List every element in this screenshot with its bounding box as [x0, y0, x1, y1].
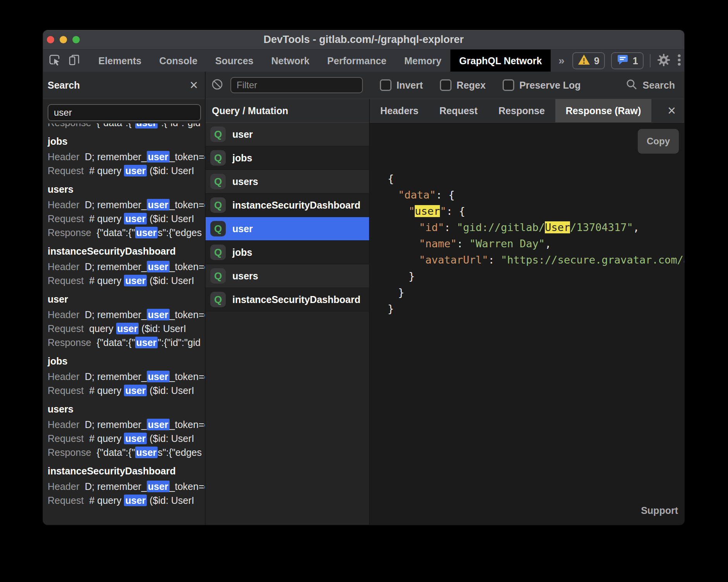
- search-result-line[interactable]: HeaderD; remember_user_token=e: [48, 418, 205, 431]
- result-field-label: Response: [48, 337, 91, 348]
- result-group-title[interactable]: instanceSecurityDashboard: [48, 462, 205, 479]
- search-result-line[interactable]: Request# query user ($id: UserI: [48, 212, 205, 226]
- search-result-line[interactable]: HeaderD; remember_user_token=e: [48, 370, 205, 383]
- kebab-menu-icon[interactable]: [677, 53, 682, 68]
- more-tabs-chevron[interactable]: »: [551, 55, 572, 67]
- highlighted-match: user: [124, 275, 147, 286]
- warnings-badge[interactable]: 9: [572, 52, 605, 69]
- json-token: "https://secure.gravatar.com/avatar: [501, 254, 684, 266]
- query-row-jobs[interactable]: Qjobs: [206, 241, 369, 264]
- regex-checkbox[interactable]: [440, 79, 452, 91]
- search-result-line[interactable]: Response{"data":{"user":{"id":"gid: [48, 123, 205, 130]
- highlighted-match: user: [124, 165, 147, 176]
- query-row-label: jobs: [232, 247, 252, 258]
- query-row-users[interactable]: Qusers: [206, 264, 369, 288]
- search-result-group: userHeaderD; remember_user_token=eReques…: [48, 291, 205, 349]
- result-text: D; remember_: [85, 151, 147, 162]
- search-result-line[interactable]: Response{"data":{"user":{"id":"gid: [48, 336, 205, 349]
- toolbar-search[interactable]: Search: [626, 79, 675, 92]
- close-search-panel-icon[interactable]: ×: [190, 78, 198, 92]
- json-token: "id": [419, 221, 444, 233]
- search-result-line[interactable]: HeaderD; remember_user_token=e: [48, 308, 205, 322]
- result-value: D; remember_user_token=e: [85, 199, 205, 211]
- devtools-window: DevTools - gitlab.com/-/graphql-explorer…: [43, 30, 684, 525]
- invert-checkbox[interactable]: [380, 79, 391, 91]
- result-value: # query user ($id: UserI: [89, 385, 194, 396]
- window-controls: [43, 36, 80, 43]
- result-group-title[interactable]: users: [48, 401, 205, 418]
- tab-performance[interactable]: Performance: [318, 50, 395, 72]
- result-text: D; remember_: [85, 371, 147, 382]
- query-row-instancesecuritydashboard[interactable]: QinstanceSecurityDashboard: [206, 193, 369, 217]
- query-row-users[interactable]: Qusers: [206, 170, 369, 193]
- search-input[interactable]: [48, 104, 201, 121]
- search-results-list: Response{"data":{"user":{"id":"gidjobsHe…: [43, 123, 205, 525]
- query-row-user[interactable]: Quser: [206, 217, 369, 241]
- minimize-window-button[interactable]: [60, 36, 67, 43]
- result-group-title[interactable]: jobs: [48, 353, 205, 370]
- filter-option-preserve-log[interactable]: Preserve Log: [503, 79, 580, 91]
- search-result-line[interactable]: Request# query user ($id: UserI: [48, 164, 205, 178]
- filter-option-regex[interactable]: Regex: [440, 79, 486, 91]
- main-content: Search × Response{"data":{"user":{"id":"…: [43, 72, 684, 525]
- result-group-title[interactable]: user: [48, 291, 205, 308]
- search-result-line[interactable]: HeaderD; remember_user_token=e: [48, 260, 205, 274]
- tab-console[interactable]: Console: [150, 50, 206, 72]
- query-row-jobs[interactable]: Qjobs: [206, 146, 369, 170]
- search-result-line[interactable]: Request# query user ($id: UserI: [48, 274, 205, 288]
- warning-icon: [578, 54, 590, 68]
- search-result-line[interactable]: Requestquery user ($id: UserI: [48, 322, 205, 336]
- json-token: ,: [633, 221, 639, 233]
- search-result-line[interactable]: Request# query user ($id: UserI: [48, 493, 205, 507]
- inspect-element-icon[interactable]: [48, 53, 62, 68]
- result-group-title[interactable]: instanceSecurityDashboard: [48, 243, 205, 260]
- result-field-label: Request: [48, 165, 84, 176]
- tab-sources[interactable]: Sources: [206, 50, 263, 72]
- result-value: {"data":{"users":{"edges: [97, 227, 202, 238]
- filter-option-invert[interactable]: Invert: [380, 79, 423, 91]
- tab-graphql-network[interactable]: GraphQL Network: [450, 50, 551, 72]
- preserve-log-checkbox[interactable]: [503, 79, 514, 91]
- warning-count: 9: [594, 55, 599, 67]
- result-group-title[interactable]: users: [48, 181, 205, 198]
- result-group-title[interactable]: jobs: [48, 133, 205, 150]
- close-detail-panel-icon[interactable]: ×: [668, 104, 676, 118]
- result-text: D; remember_: [85, 309, 147, 320]
- query-row-label: user: [232, 129, 253, 140]
- filter-input[interactable]: [230, 77, 363, 93]
- highlighted-match: user: [147, 371, 170, 382]
- result-field-label: Header: [48, 199, 79, 210]
- tab-elements[interactable]: Elements: [89, 50, 150, 72]
- search-result-group: instanceSecurityDashboardHeaderD; rememb…: [48, 462, 205, 507]
- search-result-line[interactable]: HeaderD; remember_user_token=e: [48, 479, 205, 493]
- result-value: D; remember_user_token=e: [85, 151, 205, 163]
- result-text: {"data":{": [97, 227, 135, 238]
- search-result-line[interactable]: HeaderD; remember_user_token=e: [48, 150, 205, 164]
- detail-tab-response-raw[interactable]: Response (Raw): [555, 99, 651, 122]
- device-toolbar-icon[interactable]: [68, 53, 81, 68]
- query-row-user[interactable]: Quser: [206, 123, 369, 146]
- highlighted-match: user: [135, 227, 158, 238]
- query-row-instancesecuritydashboard[interactable]: QinstanceSecurityDashboard: [206, 288, 369, 312]
- tab-memory[interactable]: Memory: [395, 50, 450, 72]
- detail-tab-request[interactable]: Request: [429, 99, 488, 122]
- clear-log-icon[interactable]: [211, 78, 223, 92]
- search-result-line[interactable]: Request# query user ($id: UserI: [48, 383, 205, 397]
- search-result-line[interactable]: HeaderD; remember_user_token=e: [48, 198, 205, 212]
- detail-tab-headers[interactable]: Headers: [370, 99, 429, 122]
- zoom-window-button[interactable]: [72, 36, 80, 43]
- close-window-button[interactable]: [47, 36, 54, 43]
- search-result-line[interactable]: Response{"data":{"users":{"edges: [48, 445, 205, 459]
- detail-tab-response[interactable]: Response: [488, 99, 555, 122]
- highlighted-match: user: [124, 385, 147, 396]
- json-line: "name": "Warren Day",: [370, 236, 684, 252]
- search-panel: Search × Response{"data":{"user":{"id":"…: [43, 72, 206, 525]
- tab-network[interactable]: Network: [262, 50, 318, 72]
- query-row-label: instanceSecurityDashboard: [232, 294, 361, 305]
- search-result-line[interactable]: Response{"data":{"users":{"edges: [48, 226, 205, 240]
- support-link[interactable]: Support: [641, 502, 678, 519]
- copy-button[interactable]: Copy: [638, 129, 679, 154]
- search-result-line[interactable]: Request# query user ($id: UserI: [48, 431, 205, 445]
- settings-gear-icon[interactable]: [657, 53, 671, 68]
- issues-badge[interactable]: 1: [611, 52, 644, 69]
